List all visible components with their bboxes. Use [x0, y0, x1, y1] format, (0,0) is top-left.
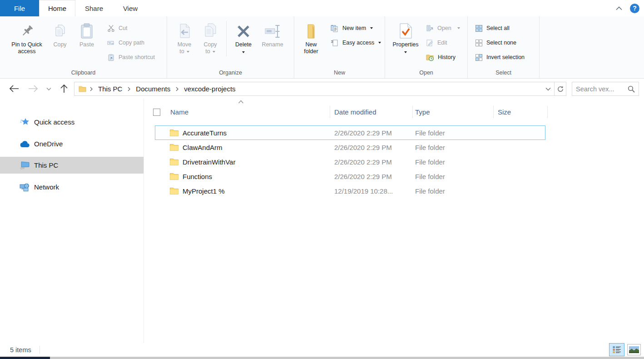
- pin-to-quick-access-button[interactable]: Pin to Quickaccess: [6, 19, 47, 67]
- new-item-button[interactable]: New item: [329, 21, 383, 35]
- move-to-label-line2: to: [179, 48, 184, 55]
- dropdown-caret: [370, 27, 373, 29]
- sidebar-item-quick-access[interactable]: Quick access: [0, 114, 144, 130]
- column-divider[interactable]: [493, 106, 494, 118]
- folder-icon: [170, 130, 178, 136]
- column-header-type[interactable]: Type: [415, 108, 430, 116]
- address-dropdown-button[interactable]: [542, 82, 554, 95]
- breadcrumb-folder-icon: [79, 86, 86, 92]
- delete-button[interactable]: Delete: [229, 19, 258, 67]
- ribbon-group-clipboard: Pin to Quickaccess Copy Paste: [0, 16, 167, 78]
- copy-button[interactable]: Copy: [47, 19, 73, 67]
- cut-icon: [107, 25, 115, 32]
- rename-button[interactable]: Rename: [258, 19, 287, 67]
- file-row-accurateturns[interactable]: AccurateTurns 2/26/2020 2:29 PM File fol…: [155, 125, 545, 140]
- ribbon-group-open: Properties Open Edit: [385, 16, 468, 78]
- organize-group-label: Organize: [167, 70, 294, 76]
- select-all-label: Select all: [486, 25, 510, 31]
- address-bar[interactable]: This PC Documents vexcode-projects: [74, 82, 566, 96]
- up-button[interactable]: [57, 82, 71, 95]
- edit-label: Edit: [437, 40, 447, 46]
- select-all-checkbox[interactable]: [153, 109, 160, 116]
- tab-view[interactable]: View: [113, 0, 148, 16]
- paste-shortcut-button[interactable]: Paste shortcut: [105, 50, 157, 65]
- back-button[interactable]: [7, 82, 21, 95]
- file-date: 2/26/2020 2:29 PM: [334, 129, 415, 137]
- select-none-button[interactable]: Select none: [473, 35, 526, 50]
- copy-label: Copy: [53, 41, 66, 48]
- easy-access-icon: [331, 39, 339, 47]
- clipboard-group-label: Clipboard: [0, 70, 167, 76]
- item-count: 5 items: [10, 346, 31, 354]
- easy-access-button[interactable]: Easy access: [329, 35, 383, 50]
- details-view-button[interactable]: [609, 343, 624, 356]
- file-type: File folder: [415, 173, 496, 180]
- file-row-drivetrainwithvar[interactable]: DrivetrainWithVar 2/26/2020 2:29 PM File…: [155, 155, 545, 169]
- paste-icon: [79, 21, 94, 39]
- column-header-date-modified[interactable]: Date modified: [334, 108, 376, 116]
- refresh-button[interactable]: [554, 82, 566, 95]
- column-divider[interactable]: [412, 106, 413, 118]
- column-header-name[interactable]: Name: [170, 108, 188, 116]
- sidebar-item-label: This PC: [34, 161, 58, 169]
- history-button[interactable]: History: [424, 50, 462, 65]
- select-none-label: Select none: [486, 40, 516, 46]
- pin-label-line2: access: [18, 48, 36, 55]
- history-label: History: [438, 54, 456, 60]
- column-divider[interactable]: [547, 106, 548, 118]
- breadcrumb-vexcode-projects[interactable]: vexcode-projects: [182, 84, 237, 94]
- forward-button[interactable]: [26, 82, 40, 95]
- sidebar-item-this-pc[interactable]: This PC: [0, 157, 144, 174]
- invert-selection-button[interactable]: Invert selection: [473, 50, 526, 65]
- file-row-clawandarm[interactable]: ClawAndArm 2/26/2020 2:29 PM File folder: [155, 140, 545, 155]
- paste-label: Paste: [79, 41, 94, 48]
- file-name: AccurateTurns: [183, 129, 227, 137]
- ribbon-group-organize: Moveto Copyto Delete: [167, 16, 294, 78]
- search-icon[interactable]: [628, 85, 635, 93]
- open-icon: [426, 25, 434, 32]
- file-type: File folder: [415, 187, 496, 195]
- file-row-functions[interactable]: Functions 2/26/2020 2:29 PM File folder: [155, 169, 545, 184]
- edit-button[interactable]: Edit: [424, 35, 462, 50]
- search-input[interactable]: [576, 85, 628, 93]
- file-row-myproject1[interactable]: MyProject1 % 12/19/2019 10:28... File fo…: [155, 184, 545, 198]
- window-bottom-edge: [0, 357, 644, 359]
- large-thumbnails-view-button[interactable]: [627, 344, 641, 355]
- paste-button[interactable]: Paste: [73, 19, 101, 67]
- breadcrumb-documents[interactable]: Documents: [134, 84, 172, 94]
- sidebar-item-onedrive[interactable]: OneDrive: [0, 135, 144, 152]
- paste-shortcut-label: Paste shortcut: [119, 54, 155, 60]
- breadcrumb-chevron-icon: [176, 87, 178, 91]
- cut-label: Cut: [119, 25, 127, 31]
- cut-button[interactable]: Cut: [105, 21, 157, 35]
- tab-share[interactable]: Share: [75, 0, 113, 16]
- dropdown-caret: [378, 42, 381, 44]
- breadcrumb: This PC Documents vexcode-projects: [74, 84, 542, 94]
- file-date: 2/26/2020 2:29 PM: [334, 144, 415, 151]
- tab-file[interactable]: File: [0, 0, 39, 16]
- new-item-label: New item: [342, 25, 366, 31]
- help-button[interactable]: ?: [630, 4, 639, 13]
- move-to-label-line1: Move: [178, 41, 192, 48]
- minimize-ribbon-chevron-icon[interactable]: [615, 6, 623, 10]
- recent-locations-dropdown[interactable]: [44, 82, 54, 95]
- copy-to-button[interactable]: Copyto: [197, 19, 223, 67]
- select-all-button[interactable]: Select all: [473, 21, 526, 35]
- file-date: 2/26/2020 2:29 PM: [334, 173, 415, 180]
- file-list-pane: Name Date modified Type Size AccurateTur…: [144, 99, 644, 343]
- copy-path-button[interactable]: Copy path: [105, 35, 157, 50]
- column-header-size[interactable]: Size: [498, 108, 511, 116]
- new-folder-label-line2: folder: [304, 48, 318, 55]
- tab-home[interactable]: Home: [39, 0, 75, 16]
- delete-label: Delete: [235, 41, 252, 48]
- navigation-pane: Quick access OneDrive This PC Network: [0, 99, 144, 343]
- move-to-button[interactable]: Moveto: [172, 19, 197, 67]
- column-divider[interactable]: [330, 106, 330, 118]
- sidebar-item-network[interactable]: Network: [0, 179, 144, 195]
- properties-button[interactable]: Properties: [391, 19, 421, 67]
- new-folder-button[interactable]: Newfolder: [298, 19, 324, 67]
- pin-label-line1: Pin to Quick: [11, 41, 42, 48]
- file-date: 2/26/2020 2:29 PM: [334, 158, 415, 166]
- open-button[interactable]: Open: [424, 21, 462, 35]
- breadcrumb-this-pc[interactable]: This PC: [96, 84, 124, 94]
